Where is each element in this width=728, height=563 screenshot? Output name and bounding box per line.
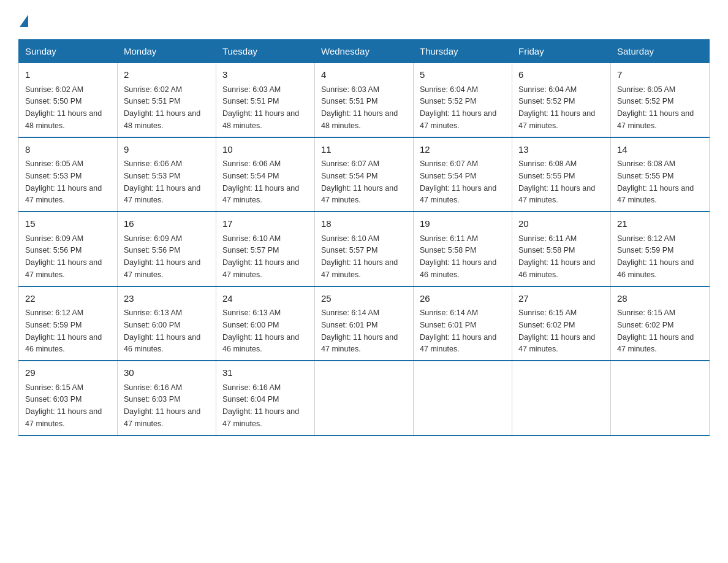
day-number: 1 (25, 68, 111, 82)
calendar-cell: 10Sunrise: 6:06 AMSunset: 5:54 PMDayligh… (216, 137, 315, 212)
day-info: Sunrise: 6:05 AMSunset: 5:52 PMDaylight:… (617, 85, 694, 130)
day-info: Sunrise: 6:14 AMSunset: 6:01 PMDaylight:… (420, 308, 496, 353)
calendar-cell: 16Sunrise: 6:09 AMSunset: 5:56 PMDayligh… (118, 212, 216, 286)
day-number: 26 (420, 292, 506, 306)
logo (18, 12, 28, 27)
calendar-cell: 8Sunrise: 6:05 AMSunset: 5:53 PMDaylight… (19, 137, 118, 212)
calendar-cell: 21Sunrise: 6:12 AMSunset: 5:59 PMDayligh… (611, 212, 710, 286)
header-day-wednesday: Wednesday (315, 40, 414, 63)
calendar-cell: 15Sunrise: 6:09 AMSunset: 5:56 PMDayligh… (19, 212, 118, 286)
day-info: Sunrise: 6:09 AMSunset: 5:56 PMDaylight:… (25, 234, 102, 279)
day-info: Sunrise: 6:05 AMSunset: 5:53 PMDaylight:… (25, 159, 102, 204)
day-info: Sunrise: 6:13 AMSunset: 6:00 PMDaylight:… (124, 308, 200, 353)
day-info: Sunrise: 6:11 AMSunset: 5:58 PMDaylight:… (420, 234, 496, 279)
day-number: 18 (321, 217, 407, 231)
calendar-cell: 11Sunrise: 6:07 AMSunset: 5:54 PMDayligh… (315, 137, 414, 212)
day-info: Sunrise: 6:15 AMSunset: 6:02 PMDaylight:… (617, 308, 694, 353)
header-day-saturday: Saturday (611, 40, 710, 63)
calendar-cell: 28Sunrise: 6:15 AMSunset: 6:02 PMDayligh… (611, 286, 710, 361)
day-info: Sunrise: 6:10 AMSunset: 5:57 PMDaylight:… (222, 234, 299, 279)
day-number: 27 (518, 292, 604, 306)
day-info: Sunrise: 6:06 AMSunset: 5:53 PMDaylight:… (124, 159, 200, 204)
week-row-4: 22Sunrise: 6:12 AMSunset: 5:59 PMDayligh… (19, 286, 710, 361)
calendar-cell: 23Sunrise: 6:13 AMSunset: 6:00 PMDayligh… (118, 286, 216, 361)
header-day-monday: Monday (118, 40, 216, 63)
day-number: 25 (321, 292, 407, 306)
day-number: 21 (617, 217, 703, 231)
day-info: Sunrise: 6:09 AMSunset: 5:56 PMDaylight:… (124, 234, 200, 279)
calendar-header: SundayMondayTuesdayWednesdayThursdayFrid… (19, 40, 710, 63)
week-row-2: 8Sunrise: 6:05 AMSunset: 5:53 PMDaylight… (19, 137, 710, 212)
calendar-cell: 30Sunrise: 6:16 AMSunset: 6:03 PMDayligh… (118, 361, 216, 435)
day-info: Sunrise: 6:07 AMSunset: 5:54 PMDaylight:… (321, 159, 398, 204)
calendar-cell: 7Sunrise: 6:05 AMSunset: 5:52 PMDaylight… (611, 63, 710, 137)
day-info: Sunrise: 6:16 AMSunset: 6:03 PMDaylight:… (124, 383, 200, 428)
day-number: 4 (321, 68, 407, 82)
calendar-cell: 31Sunrise: 6:16 AMSunset: 6:04 PMDayligh… (216, 361, 315, 435)
calendar-cell: 17Sunrise: 6:10 AMSunset: 5:57 PMDayligh… (216, 212, 315, 286)
day-number: 12 (420, 143, 506, 157)
day-info: Sunrise: 6:08 AMSunset: 5:55 PMDaylight:… (518, 159, 595, 204)
calendar-cell: 26Sunrise: 6:14 AMSunset: 6:01 PMDayligh… (414, 286, 512, 361)
day-number: 24 (222, 292, 308, 306)
calendar-cell: 20Sunrise: 6:11 AMSunset: 5:58 PMDayligh… (512, 212, 611, 286)
day-number: 9 (124, 143, 210, 157)
week-row-1: 1Sunrise: 6:02 AMSunset: 5:50 PMDaylight… (19, 63, 710, 137)
header-day-tuesday: Tuesday (216, 40, 315, 63)
day-number: 14 (617, 143, 703, 157)
day-number: 6 (518, 68, 604, 82)
calendar-cell: 5Sunrise: 6:04 AMSunset: 5:52 PMDaylight… (414, 63, 512, 137)
day-number: 8 (25, 143, 111, 157)
calendar-cell: 2Sunrise: 6:02 AMSunset: 5:51 PMDaylight… (118, 63, 216, 137)
day-number: 19 (420, 217, 506, 231)
day-number: 3 (222, 68, 308, 82)
day-number: 22 (25, 292, 111, 306)
day-info: Sunrise: 6:10 AMSunset: 5:57 PMDaylight:… (321, 234, 398, 279)
week-row-5: 29Sunrise: 6:15 AMSunset: 6:03 PMDayligh… (19, 361, 710, 435)
day-info: Sunrise: 6:12 AMSunset: 5:59 PMDaylight:… (617, 234, 694, 279)
day-number: 11 (321, 143, 407, 157)
calendar-cell (414, 361, 512, 435)
day-number: 28 (617, 292, 703, 306)
day-info: Sunrise: 6:04 AMSunset: 5:52 PMDaylight:… (420, 85, 496, 130)
calendar-cell: 1Sunrise: 6:02 AMSunset: 5:50 PMDaylight… (19, 63, 118, 137)
calendar-cell: 13Sunrise: 6:08 AMSunset: 5:55 PMDayligh… (512, 137, 611, 212)
calendar-cell: 18Sunrise: 6:10 AMSunset: 5:57 PMDayligh… (315, 212, 414, 286)
calendar-cell: 22Sunrise: 6:12 AMSunset: 5:59 PMDayligh… (19, 286, 118, 361)
day-number: 15 (25, 217, 111, 231)
day-number: 23 (124, 292, 210, 306)
day-info: Sunrise: 6:14 AMSunset: 6:01 PMDaylight:… (321, 308, 398, 353)
calendar-cell: 3Sunrise: 6:03 AMSunset: 5:51 PMDaylight… (216, 63, 315, 137)
day-info: Sunrise: 6:07 AMSunset: 5:54 PMDaylight:… (420, 159, 496, 204)
day-number: 29 (25, 366, 111, 380)
calendar-cell: 4Sunrise: 6:03 AMSunset: 5:51 PMDaylight… (315, 63, 414, 137)
calendar-cell: 27Sunrise: 6:15 AMSunset: 6:02 PMDayligh… (512, 286, 611, 361)
calendar-cell: 25Sunrise: 6:14 AMSunset: 6:01 PMDayligh… (315, 286, 414, 361)
calendar-cell (512, 361, 611, 435)
day-info: Sunrise: 6:13 AMSunset: 6:00 PMDaylight:… (222, 308, 299, 353)
calendar-cell: 29Sunrise: 6:15 AMSunset: 6:03 PMDayligh… (19, 361, 118, 435)
calendar-cell (611, 361, 710, 435)
day-number: 2 (124, 68, 210, 82)
day-info: Sunrise: 6:04 AMSunset: 5:52 PMDaylight:… (518, 85, 595, 130)
day-number: 20 (518, 217, 604, 231)
day-number: 13 (518, 143, 604, 157)
calendar-table: SundayMondayTuesdayWednesdayThursdayFrid… (18, 39, 710, 436)
day-number: 7 (617, 68, 703, 82)
calendar-body: 1Sunrise: 6:02 AMSunset: 5:50 PMDaylight… (19, 63, 710, 435)
week-row-3: 15Sunrise: 6:09 AMSunset: 5:56 PMDayligh… (19, 212, 710, 286)
day-number: 17 (222, 217, 308, 231)
calendar-cell: 19Sunrise: 6:11 AMSunset: 5:58 PMDayligh… (414, 212, 512, 286)
day-info: Sunrise: 6:02 AMSunset: 5:50 PMDaylight:… (25, 85, 102, 130)
day-info: Sunrise: 6:08 AMSunset: 5:55 PMDaylight:… (617, 159, 694, 204)
day-number: 31 (222, 366, 308, 380)
day-number: 30 (124, 366, 210, 380)
day-number: 5 (420, 68, 506, 82)
day-info: Sunrise: 6:03 AMSunset: 5:51 PMDaylight:… (222, 85, 299, 130)
calendar-cell: 9Sunrise: 6:06 AMSunset: 5:53 PMDaylight… (118, 137, 216, 212)
calendar-cell: 24Sunrise: 6:13 AMSunset: 6:00 PMDayligh… (216, 286, 315, 361)
day-number: 16 (124, 217, 210, 231)
day-info: Sunrise: 6:11 AMSunset: 5:58 PMDaylight:… (518, 234, 595, 279)
header-day-thursday: Thursday (414, 40, 512, 63)
header-row: SundayMondayTuesdayWednesdayThursdayFrid… (19, 40, 710, 63)
